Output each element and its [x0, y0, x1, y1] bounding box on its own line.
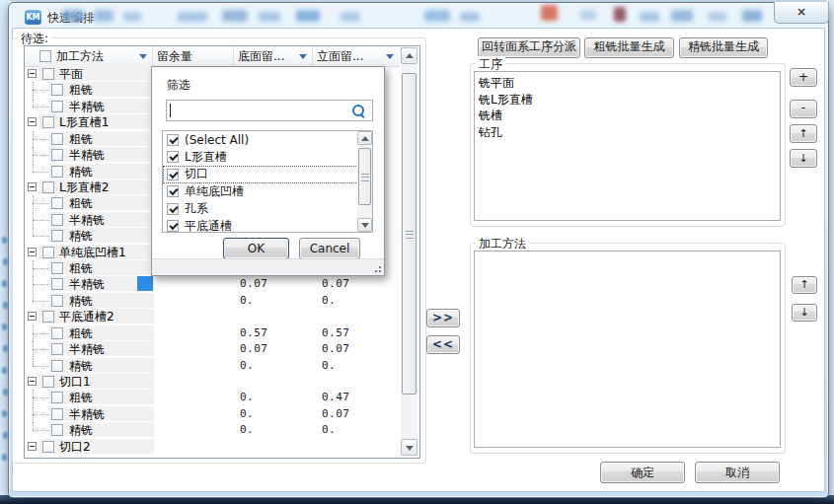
scroll-down-button[interactable] — [401, 439, 417, 456]
cell-bottom-allowance[interactable] — [235, 439, 314, 455]
row-checkbox[interactable] — [51, 278, 63, 290]
search-icon[interactable] — [351, 104, 366, 118]
row-checkbox[interactable] — [42, 116, 54, 128]
row-checkbox[interactable] — [51, 230, 63, 242]
process-list-item[interactable]: 钻孔 — [475, 124, 780, 141]
collapse-icon[interactable] — [28, 248, 37, 256]
filter-list-item[interactable]: (Select All) — [163, 131, 372, 149]
filter-item-checkbox[interactable] — [167, 220, 179, 232]
row-checkbox[interactable] — [42, 311, 54, 323]
row-checkbox[interactable] — [42, 181, 54, 193]
row-checkbox[interactable] — [51, 101, 63, 112]
cell-bottom-allowance[interactable]: 0.57 — [235, 325, 314, 341]
filter-list-item[interactable]: 平底通槽 — [163, 218, 372, 234]
tree-row[interactable]: 平底通槽2 — [25, 309, 400, 324]
scrollbar-thumb[interactable] — [402, 73, 417, 395]
process-list[interactable]: 铣平面铣L形直槽铣槽钻孔 — [474, 71, 781, 221]
process-list-item[interactable]: 铣L形直槽 — [475, 92, 780, 108]
row-checkbox[interactable] — [51, 424, 63, 436]
collapse-icon[interactable] — [28, 117, 37, 126]
cell-side-allowance[interactable]: 0.47 — [314, 390, 400, 405]
table-scrollbar[interactable] — [401, 47, 417, 456]
cell-allowance[interactable] — [153, 439, 235, 455]
scroll-down-button[interactable] — [357, 218, 372, 232]
filter-cancel-button[interactable]: Cancel — [299, 238, 360, 259]
cell-allowance[interactable] — [153, 358, 235, 374]
cell-bottom-allowance[interactable]: 0. — [235, 406, 314, 422]
tree-row[interactable]: 粗铣0.570.57 — [25, 325, 400, 341]
cell-bottom-allowance[interactable]: 0. — [235, 293, 314, 309]
filter-ok-button[interactable]: OK — [223, 238, 289, 259]
close-button[interactable]: × — [774, 2, 829, 24]
filter-item-checkbox[interactable] — [167, 151, 179, 163]
tree-row[interactable]: 精铣0.0. — [25, 358, 400, 374]
cell-side-allowance[interactable]: 0.57 — [314, 325, 400, 341]
cell-side-allowance[interactable] — [314, 439, 400, 455]
collapse-icon[interactable] — [28, 182, 37, 191]
row-checkbox[interactable] — [51, 149, 63, 161]
filter-dropdown-icon[interactable] — [386, 54, 394, 59]
cell-bottom-allowance[interactable] — [235, 374, 314, 390]
cell-allowance[interactable] — [153, 309, 235, 324]
transfer-left-button[interactable]: << — [426, 335, 460, 354]
cell-allowance[interactable] — [153, 293, 235, 309]
remove-button[interactable]: - — [790, 100, 817, 118]
title-bar[interactable]: KM 快速编排 — [8, 2, 827, 28]
collapse-icon[interactable] — [28, 69, 37, 78]
header-col-method[interactable]: 加工方法 — [25, 46, 153, 66]
row-checkbox[interactable] — [42, 376, 54, 388]
collapse-icon[interactable] — [28, 442, 37, 451]
row-checkbox[interactable] — [51, 262, 63, 274]
row-checkbox[interactable] — [51, 408, 63, 420]
move-up-button[interactable]: ↑ — [790, 124, 817, 143]
transfer-right-button[interactable]: >> — [426, 309, 460, 327]
header-col-allowance[interactable]: 留余量 — [153, 46, 234, 66]
finish-batch-button[interactable]: 精铣批量生成 — [679, 37, 768, 58]
cell-bottom-allowance[interactable] — [235, 309, 314, 324]
cell-bottom-allowance[interactable]: 0. — [235, 422, 314, 438]
cell-bottom-allowance[interactable]: 0.07 — [235, 276, 314, 292]
filter-item-checkbox[interactable] — [167, 169, 179, 180]
method-down-button[interactable]: ↓ — [792, 304, 817, 322]
rough-batch-button[interactable]: 粗铣批量生成 — [584, 37, 674, 58]
collapse-icon[interactable] — [28, 312, 37, 321]
cell-allowance[interactable] — [153, 374, 235, 390]
cell-allowance[interactable] — [153, 341, 235, 357]
row-checkbox[interactable] — [42, 68, 54, 80]
rotary-dispatch-button[interactable]: 回转面系工序分派 — [478, 37, 580, 58]
cell-allowance[interactable] — [153, 422, 235, 438]
process-list-item[interactable]: 铣槽 — [475, 108, 780, 124]
row-checkbox[interactable] — [42, 247, 54, 258]
cell-bottom-allowance[interactable]: 0. — [235, 390, 314, 405]
filter-item-checkbox[interactable] — [167, 185, 179, 197]
scroll-up-button[interactable] — [357, 131, 372, 145]
tree-row[interactable]: 半精铣0.070.07 — [25, 341, 400, 357]
filter-search-input[interactable] — [166, 100, 373, 121]
cancel-button[interactable]: 取消 — [695, 462, 780, 483]
row-checkbox[interactable] — [51, 392, 63, 403]
tree-row[interactable]: 切口1 — [25, 374, 400, 390]
cell-side-allowance[interactable]: 0. — [314, 358, 400, 374]
filter-list-item[interactable]: 孔系 — [163, 200, 372, 218]
cell-allowance[interactable] — [153, 406, 235, 422]
cell-side-allowance[interactable]: 0. — [314, 293, 400, 309]
row-checkbox[interactable] — [51, 166, 63, 178]
filter-list-item[interactable]: 切口 — [163, 166, 372, 183]
row-checkbox[interactable] — [51, 360, 63, 372]
resize-grip-icon[interactable] — [373, 264, 381, 272]
filter-list-item[interactable]: L形直槽 — [163, 149, 372, 167]
move-down-button[interactable]: ↓ — [790, 149, 817, 168]
cell-bottom-allowance[interactable]: 0. — [235, 358, 314, 374]
ok-button[interactable]: 确定 — [600, 462, 685, 483]
cell-side-allowance[interactable]: 0. — [314, 422, 400, 438]
tree-row[interactable]: 切口2 — [25, 439, 400, 455]
cell-side-allowance[interactable] — [314, 374, 400, 390]
header-col-side[interactable]: 立面留... — [313, 46, 399, 66]
header-col-bottom[interactable]: 底面留... — [234, 46, 313, 66]
row-checkbox[interactable] — [51, 343, 63, 355]
scrollbar-thumb[interactable] — [358, 148, 371, 205]
row-checkbox[interactable] — [51, 133, 63, 145]
process-list-item[interactable]: 铣平面 — [475, 75, 780, 92]
method-up-button[interactable]: ↑ — [792, 276, 817, 294]
tree-row[interactable]: 半精铣0.0.07 — [25, 406, 400, 422]
